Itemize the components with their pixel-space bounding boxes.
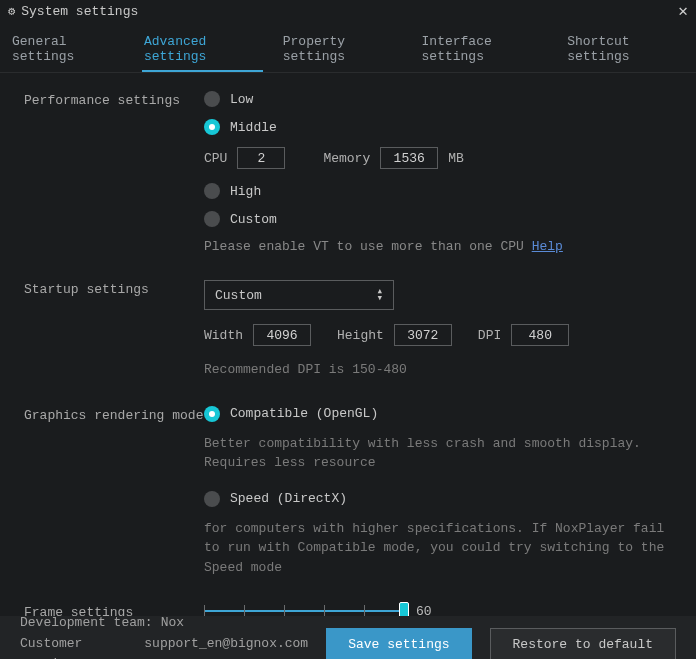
tab-interface[interactable]: Interface settings (420, 28, 548, 72)
restore-button[interactable]: Restore to default (490, 628, 676, 659)
chevron-updown-icon: ▴▾ (376, 288, 383, 301)
performance-label: Performance settings (24, 91, 204, 272)
radio-speed[interactable] (204, 491, 220, 507)
width-label: Width (204, 328, 243, 343)
cs-label: Customer service: (20, 634, 136, 659)
close-icon[interactable]: ✕ (678, 1, 688, 21)
tab-property[interactable]: Property settings (281, 28, 402, 72)
height-label: Height (337, 328, 384, 343)
cpu-input[interactable] (237, 147, 285, 169)
tabs: General settings Advanced settings Prope… (0, 22, 696, 73)
window-title: System settings (21, 4, 138, 19)
save-button[interactable]: Save settings (326, 628, 471, 659)
startup-select-value: Custom (215, 288, 262, 303)
radio-custom-label: Custom (230, 212, 277, 227)
startup-select[interactable]: Custom ▴▾ (204, 280, 394, 310)
memory-unit: MB (448, 151, 464, 166)
memory-label: Memory (323, 151, 370, 166)
fps-slider[interactable] (204, 603, 404, 616)
radio-low-label: Low (230, 92, 253, 107)
graphics-label: Graphics rendering mode (24, 406, 204, 596)
dpi-hint: Recommended DPI is 150-480 (204, 360, 672, 380)
dpi-input[interactable] (511, 324, 569, 346)
radio-speed-label: Speed (DirectX) (230, 491, 347, 506)
speed-hint: for computers with higher specifications… (204, 519, 672, 578)
tab-general[interactable]: General settings (10, 28, 124, 72)
radio-low[interactable] (204, 91, 220, 107)
cs-value: support_en@bignox.com (144, 634, 308, 659)
width-input[interactable] (253, 324, 311, 346)
footer: Development team: Nox Customer service: … (0, 616, 696, 659)
dev-team-label: Development team: (20, 613, 153, 634)
cpu-label: CPU (204, 151, 227, 166)
content: Performance settings Low Middle CPU Memo… (0, 73, 696, 616)
title-bar: ⚙ System settings ✕ (0, 0, 696, 22)
vt-hint: Please enable VT to use more than one CP… (204, 239, 524, 254)
radio-compatible-label: Compatible (OpenGL) (230, 406, 378, 421)
fps-value: 60 (416, 604, 432, 617)
height-input[interactable] (394, 324, 452, 346)
startup-label: Startup settings (24, 280, 204, 398)
gear-icon: ⚙ (8, 4, 15, 19)
dev-team-value: Nox (161, 613, 184, 634)
radio-compatible[interactable] (204, 406, 220, 422)
compatible-hint: Better compatibility with less crash and… (204, 434, 672, 473)
radio-high[interactable] (204, 183, 220, 199)
dpi-label: DPI (478, 328, 501, 343)
radio-high-label: High (230, 184, 261, 199)
tab-advanced[interactable]: Advanced settings (142, 28, 263, 72)
radio-middle-label: Middle (230, 120, 277, 135)
help-link[interactable]: Help (532, 239, 563, 254)
radio-middle[interactable] (204, 119, 220, 135)
memory-input[interactable] (380, 147, 438, 169)
tab-shortcut[interactable]: Shortcut settings (565, 28, 686, 72)
radio-custom[interactable] (204, 211, 220, 227)
